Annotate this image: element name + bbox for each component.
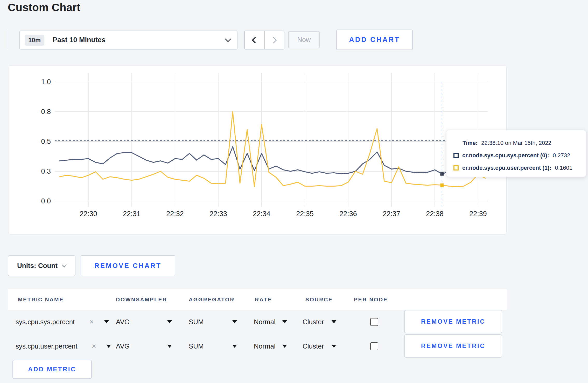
metric-name-label: sys.cpu.user.percent: [16, 342, 77, 350]
hover-marker-0: [440, 172, 444, 176]
chevron-right-icon: [270, 37, 277, 43]
remove-metric-x-icon[interactable]: ×: [92, 342, 96, 350]
chevron-down-icon: [62, 263, 67, 267]
units-label: Units: Count: [17, 262, 58, 270]
next-time-button[interactable]: [264, 31, 284, 49]
timeseries-chart[interactable]: 22:3022:3122:3222:3322:3422:3522:3622:37…: [9, 66, 506, 234]
source-select[interactable]: Cluster: [303, 310, 336, 334]
time-range-dropdown[interactable]: 10m Past 10 Minutes: [19, 31, 237, 49]
time-range-label: Past 10 Minutes: [53, 36, 106, 44]
remove-metric-button[interactable]: REMOVE METRIC: [404, 310, 502, 333]
chevron-left-icon: [252, 37, 258, 43]
downsampler-value: AVG: [116, 318, 130, 326]
aggregator-value: SUM: [189, 318, 204, 326]
caret-down-icon: [232, 345, 237, 348]
rate-value: Normal: [254, 318, 276, 326]
caret-down-icon: [232, 320, 237, 323]
series-swatch-icon: [453, 165, 459, 171]
caret-down-icon: [282, 345, 287, 348]
x-tick-label: 22:35: [296, 210, 314, 218]
x-tick-label: 22:37: [383, 210, 400, 218]
x-tick-label: 22:32: [166, 210, 184, 218]
col-header-metric-name: METRIC NAME: [18, 296, 64, 303]
aggregator-value: SUM: [189, 342, 204, 350]
y-tick-label: 0.8: [41, 108, 51, 116]
tooltip-time-row: Time: 22:38:10 on Mar 15th, 2022: [453, 137, 581, 149]
chevron-down-icon: [225, 36, 231, 42]
x-tick-label: 22:34: [253, 210, 270, 218]
metrics-table-header: METRIC NAME DOWNSAMPLER AGGREGATOR RATE …: [8, 289, 507, 310]
col-header-aggregator: AGGREGATOR: [189, 296, 235, 303]
series-line-0: [60, 147, 485, 174]
tooltip-time-label: Time:: [463, 140, 478, 146]
aggregator-select[interactable]: SUM: [189, 310, 237, 334]
page-title: Custom Chart: [8, 1, 80, 14]
metric-name-dropdown[interactable]: sys.cpu.sys.percent ×: [16, 310, 109, 334]
y-tick-label: 1.0: [41, 78, 51, 86]
col-header-source: SOURCE: [305, 296, 333, 303]
tooltip-time-value: 22:38:10 on Mar 15th, 2022: [481, 140, 551, 146]
caret-down-icon: [106, 345, 111, 348]
caret-down-icon: [332, 345, 336, 348]
x-tick-label: 22:39: [469, 210, 487, 218]
source-value: Cluster: [303, 318, 324, 326]
source-select[interactable]: Cluster: [303, 334, 336, 358]
remove-metric-x-icon[interactable]: ×: [89, 318, 94, 326]
per-node-checkbox[interactable]: [370, 342, 378, 350]
downsampler-select[interactable]: AVG: [116, 334, 172, 358]
now-button[interactable]: Now: [288, 31, 320, 48]
metric-name-dropdown[interactable]: sys.cpu.user.percent ×: [16, 334, 111, 358]
time-pager: [244, 31, 284, 49]
toolbar-divider: [8, 30, 8, 49]
tooltip-series-value: 0.1601: [555, 165, 572, 171]
series-line-1: [60, 112, 485, 187]
prev-time-button[interactable]: [245, 31, 264, 49]
y-tick-label: 0.5: [41, 138, 51, 145]
tooltip-series-label: cr.node.sys.cpu.user.percent (1):: [462, 165, 551, 171]
col-header-rate: RATE: [255, 296, 272, 303]
hover-marker-1: [440, 183, 444, 187]
downsampler-value: AVG: [116, 342, 130, 350]
metric-name-label: sys.cpu.sys.percent: [16, 318, 75, 326]
tooltip-series-row: cr.node.sys.cpu.user.percent (1): 0.1601: [453, 162, 581, 174]
x-tick-label: 22:33: [209, 210, 227, 218]
x-tick-label: 22:31: [123, 210, 141, 218]
rate-value: Normal: [254, 342, 276, 350]
y-tick-label: 0.0: [41, 197, 51, 205]
caret-down-icon: [167, 320, 172, 323]
series-swatch-icon: [453, 153, 459, 158]
aggregator-select[interactable]: SUM: [189, 334, 237, 358]
y-tick-label: 0.3: [41, 167, 51, 175]
per-node-cell: [370, 310, 378, 334]
caret-down-icon: [167, 345, 172, 348]
chart-panel: 22:3022:3122:3222:3322:3422:3522:3622:37…: [9, 65, 507, 235]
per-node-checkbox[interactable]: [370, 318, 378, 326]
units-dropdown[interactable]: Units: Count: [8, 255, 75, 276]
remove-chart-button[interactable]: REMOVE CHART: [81, 255, 175, 276]
tooltip-series-value: 0.2732: [553, 152, 570, 159]
rate-select[interactable]: Normal: [254, 334, 287, 358]
x-tick-label: 22:38: [426, 210, 444, 218]
caret-down-icon: [104, 320, 109, 323]
metric-row: sys.cpu.sys.percent × AVG SUM Normal Clu…: [8, 310, 507, 334]
tooltip-series-label: cr.node.sys.cpu.sys.percent (0):: [462, 152, 549, 159]
source-value: Cluster: [303, 342, 324, 350]
caret-down-icon: [332, 320, 336, 323]
add-metric-button[interactable]: ADD METRIC: [12, 360, 92, 379]
col-header-per-node: PER NODE: [354, 296, 388, 303]
caret-down-icon: [282, 320, 287, 323]
x-tick-label: 22:36: [339, 210, 357, 218]
rate-select[interactable]: Normal: [254, 310, 287, 334]
col-header-downsampler: DOWNSAMPLER: [116, 296, 167, 303]
remove-metric-button[interactable]: REMOVE METRIC: [404, 334, 502, 358]
downsampler-select[interactable]: AVG: [116, 310, 172, 334]
metric-row: sys.cpu.user.percent × AVG SUM Normal Cl…: [8, 334, 507, 358]
tooltip-series-row: cr.node.sys.cpu.sys.percent (0): 0.2732: [453, 150, 581, 161]
add-chart-button[interactable]: ADD CHART: [336, 30, 413, 50]
chart-tooltip: Time: 22:38:10 on Mar 15th, 2022 cr.node…: [446, 130, 586, 177]
time-range-badge: 10m: [25, 35, 44, 46]
x-tick-label: 22:30: [80, 210, 97, 218]
per-node-cell: [370, 334, 378, 358]
